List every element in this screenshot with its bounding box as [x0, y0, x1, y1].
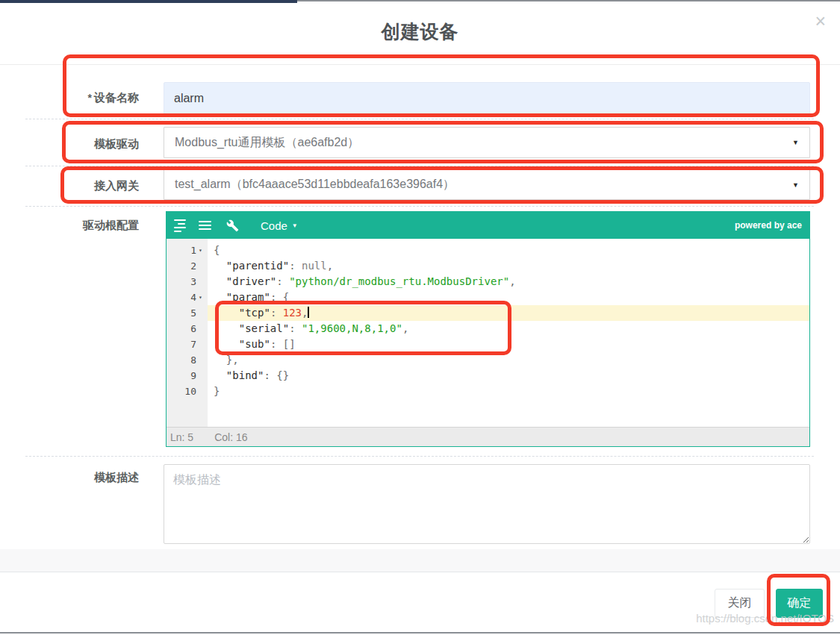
gutter-line-number: 6: [167, 321, 208, 337]
driver-config-label: 驱动根配置: [0, 219, 139, 233]
device-name-label: *设备名称: [0, 91, 139, 105]
csdn-watermark: https://blog.csdn.net/IOTOS: [696, 612, 834, 625]
editor-mode-select[interactable]: Code ▼: [261, 219, 298, 232]
editor-content[interactable]: 1▾234▾5678910 { "parentid": null, "drive…: [167, 239, 809, 427]
footer-divider-band: [0, 549, 840, 572]
chevron-down-icon: ▼: [792, 139, 799, 146]
code-line[interactable]: {: [208, 243, 809, 258]
required-asterisk: *: [88, 92, 92, 104]
format-json-icon[interactable]: [174, 216, 192, 234]
gateway-select[interactable]: test_alarm（bfc4aaace53d11ebbdeafa163e396…: [164, 169, 810, 200]
code-line[interactable]: "parentid": null,: [208, 258, 809, 274]
window-top-tabs-strip: [0, 0, 297, 3]
code-line[interactable]: "bind": {}: [208, 368, 809, 384]
compact-json-icon[interactable]: [199, 216, 217, 234]
gutter-line-number: 8: [167, 352, 208, 368]
fold-caret-icon[interactable]: ▾: [196, 247, 205, 254]
row-separator: [25, 166, 814, 166]
editor-gutter[interactable]: 1▾234▾5678910: [167, 239, 208, 427]
code-line[interactable]: "serial": "1,9600,N,8,1,0",: [208, 321, 809, 337]
code-line[interactable]: "param": {: [208, 290, 809, 305]
template-driver-select[interactable]: Modbus_rtu通用模板（ae6afb2d） ▼: [164, 127, 810, 158]
header-divider: [0, 64, 840, 65]
gutter-line-number: 9: [167, 368, 208, 384]
gutter-line-number: 7: [167, 337, 208, 352]
gutter-line-number: 3: [167, 274, 208, 290]
gutter-line-number: 10: [167, 384, 208, 399]
editor-toolbar: Code ▼ powered by ace: [167, 212, 809, 239]
text-cursor: [308, 307, 309, 318]
row-separator: [25, 456, 814, 457]
gutter-line-number: 4▾: [167, 290, 208, 305]
code-line[interactable]: }: [208, 384, 809, 399]
powered-by-ace-label: powered by ace: [735, 220, 802, 231]
create-device-modal: 创建设备 × *设备名称 模板驱动 Modbus_rtu通用模板（ae6afb2…: [0, 0, 840, 635]
window-bottom-edge: [0, 632, 840, 634]
status-line-number: Ln: 5: [170, 431, 193, 443]
template-driver-label: 模板驱动: [0, 137, 139, 151]
page-title: 创建设备: [0, 19, 840, 44]
json-editor: Code ▼ powered by ace 1▾234▾5678910 { "p…: [166, 211, 810, 447]
gutter-line-number: 1▾: [167, 243, 208, 258]
editor-code-lines[interactable]: { "parentid": null, "driver": "python/dr…: [208, 239, 809, 427]
code-line[interactable]: "tcp": 123,: [208, 305, 809, 321]
gutter-line-number: 2: [167, 258, 208, 274]
gateway-label: 接入网关: [0, 179, 139, 193]
description-label: 模板描述: [0, 471, 139, 485]
gutter-line-number: 5: [167, 305, 208, 321]
row-separator: [25, 206, 814, 207]
editor-statusbar: Ln: 5 Col: 16: [167, 427, 809, 446]
status-col-number: Col: 16: [214, 431, 247, 443]
device-name-input[interactable]: [164, 82, 810, 114]
template-driver-value: Modbus_rtu通用模板（ae6afb2d）: [175, 135, 786, 151]
code-line[interactable]: },: [208, 352, 809, 368]
close-icon[interactable]: ×: [815, 12, 826, 31]
repair-wrench-icon[interactable]: [223, 216, 241, 234]
code-line[interactable]: "sub": []: [208, 337, 809, 352]
code-line[interactable]: "driver": "python/dr_modbus_rtu.ModbusDr…: [208, 274, 809, 290]
chevron-down-icon: ▼: [792, 181, 799, 189]
chevron-down-icon: ▼: [292, 222, 298, 229]
fold-caret-icon[interactable]: ▾: [196, 294, 205, 301]
row-separator: [25, 119, 814, 119]
description-textarea[interactable]: [164, 464, 810, 544]
gateway-value: test_alarm（bfc4aaace53d11ebbdeafa163e396…: [175, 177, 786, 193]
